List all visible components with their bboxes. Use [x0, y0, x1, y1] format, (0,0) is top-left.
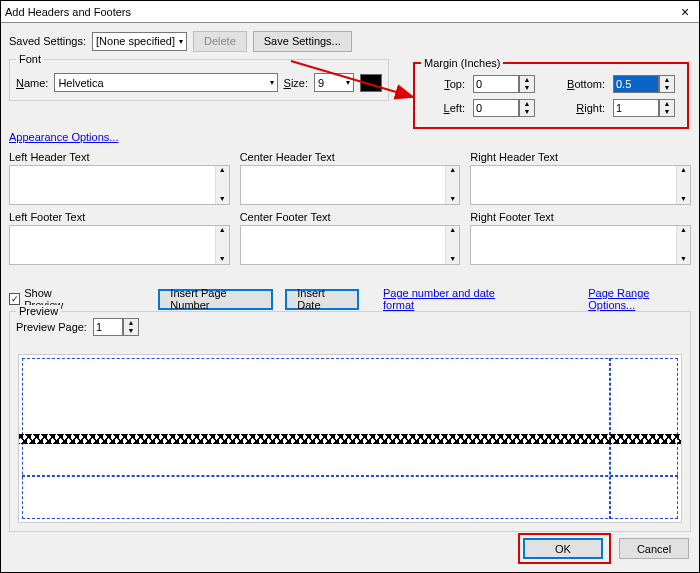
- margin-left-label: Left:: [425, 102, 465, 114]
- center-header-label: Center Header Text: [240, 151, 461, 163]
- left-footer-textarea[interactable]: [10, 226, 215, 264]
- scroll-down-icon[interactable]: ▼: [446, 255, 459, 264]
- appearance-options-link[interactable]: Appearance Options...: [9, 131, 118, 143]
- options-row: ✓ Show Preview Insert Page Number Insert…: [9, 287, 691, 311]
- font-group: Font Name: Helvetica ▾ Size: 9 ▾: [9, 53, 389, 101]
- margin-top-input[interactable]: [473, 75, 519, 93]
- preview-page-label: Preview Page:: [16, 321, 87, 333]
- scroll-down-icon[interactable]: ▼: [677, 255, 690, 264]
- scroll-up-icon[interactable]: ▲: [677, 166, 690, 175]
- scroll-up-icon[interactable]: ▲: [446, 166, 459, 175]
- right-footer-textarea[interactable]: [471, 226, 676, 264]
- preview-legend: Preview: [16, 305, 61, 317]
- margin-bottom-spin[interactable]: ▲▼: [613, 75, 677, 93]
- margin-top-label: Top:: [425, 78, 465, 90]
- dialog-content: Saved Settings: [None specified] ▾ Delet…: [1, 23, 699, 572]
- spin-up-icon[interactable]: ▲: [660, 76, 674, 84]
- preview-group: Preview Preview Page: ▲▼: [9, 311, 691, 532]
- font-name-combo[interactable]: Helvetica ▾: [54, 73, 277, 92]
- margin-bottom-input[interactable]: [613, 75, 659, 93]
- preview-page-content: [19, 434, 681, 444]
- saved-settings-row: Saved Settings: [None specified] ▾ Delet…: [9, 29, 691, 53]
- margin-top-spin[interactable]: ▲▼: [473, 75, 537, 93]
- page-number-date-format-link[interactable]: Page number and date format: [383, 287, 518, 311]
- scroll-up-icon[interactable]: ▲: [216, 226, 229, 235]
- margin-legend: Margin (Inches): [421, 57, 503, 69]
- preview-page-spin[interactable]: ▲▼: [93, 318, 139, 336]
- window-title: Add Headers and Footers: [5, 6, 675, 18]
- font-size-label: Size:: [284, 77, 308, 89]
- preview-canvas: [18, 354, 682, 523]
- right-header-label: Right Header Text: [470, 151, 691, 163]
- right-header-textarea[interactable]: [471, 166, 676, 204]
- scroll-up-icon[interactable]: ▲: [677, 226, 690, 235]
- cancel-button[interactable]: Cancel: [619, 538, 689, 559]
- margin-right-label: Right:: [545, 102, 605, 114]
- dialog-buttons: OK Cancel: [518, 533, 689, 564]
- spin-down-icon[interactable]: ▼: [660, 84, 674, 92]
- center-header-textarea[interactable]: [241, 166, 446, 204]
- spin-down-icon[interactable]: ▼: [520, 108, 534, 116]
- spin-up-icon[interactable]: ▲: [520, 100, 534, 108]
- font-size-value: 9: [318, 77, 324, 89]
- font-name-label: Name:: [16, 77, 48, 89]
- font-color-swatch[interactable]: [360, 74, 382, 92]
- scroll-down-icon[interactable]: ▼: [216, 195, 229, 204]
- saved-settings-combo[interactable]: [None specified] ▾: [92, 32, 187, 51]
- titlebar: Add Headers and Footers ×: [1, 1, 699, 23]
- scroll-up-icon[interactable]: ▲: [446, 226, 459, 235]
- scroll-down-icon[interactable]: ▼: [216, 255, 229, 264]
- left-header-label: Left Header Text: [9, 151, 230, 163]
- font-legend: Font: [16, 53, 44, 65]
- ok-annotation-box: OK: [518, 533, 611, 564]
- margin-left-spin[interactable]: ▲▼: [473, 99, 537, 117]
- page-range-options-link[interactable]: Page Range Options...: [588, 287, 691, 311]
- preview-bottom-margin-line: [22, 475, 678, 477]
- preview-page-input[interactable]: [93, 318, 123, 336]
- spin-up-icon[interactable]: ▲: [124, 319, 138, 327]
- spin-up-icon[interactable]: ▲: [660, 100, 674, 108]
- checkbox-icon: ✓: [9, 293, 20, 305]
- left-footer-label: Left Footer Text: [9, 211, 230, 223]
- delete-button: Delete: [193, 31, 247, 52]
- margin-left-input[interactable]: [473, 99, 519, 117]
- margin-group: Margin (Inches) Top: ▲▼ Bottom: ▲▼ Left:…: [413, 57, 689, 129]
- insert-date-button[interactable]: Insert Date: [285, 289, 359, 310]
- scroll-up-icon[interactable]: ▲: [216, 166, 229, 175]
- spin-down-icon[interactable]: ▼: [660, 108, 674, 116]
- saved-settings-value: [None specified]: [96, 35, 175, 47]
- margin-right-input[interactable]: [613, 99, 659, 117]
- chevron-down-icon: ▾: [346, 78, 350, 87]
- margin-bottom-label: Bottom:: [545, 78, 605, 90]
- left-header-textarea[interactable]: [10, 166, 215, 204]
- spin-down-icon[interactable]: ▼: [124, 327, 138, 335]
- chevron-down-icon: ▾: [179, 37, 183, 46]
- spin-up-icon[interactable]: ▲: [520, 76, 534, 84]
- margin-right-spin[interactable]: ▲▼: [613, 99, 677, 117]
- right-footer-label: Right Footer Text: [470, 211, 691, 223]
- center-footer-textarea[interactable]: [241, 226, 446, 264]
- insert-page-number-button[interactable]: Insert Page Number: [158, 289, 273, 310]
- font-size-combo[interactable]: 9 ▾: [314, 73, 354, 92]
- chevron-down-icon: ▾: [270, 78, 274, 87]
- spin-down-icon[interactable]: ▼: [520, 84, 534, 92]
- close-icon[interactable]: ×: [675, 4, 695, 20]
- header-footer-grid: Left Header Text ▲▼ Center Header Text ▲…: [9, 151, 691, 265]
- font-name-value: Helvetica: [58, 77, 103, 89]
- saved-settings-label: Saved Settings:: [9, 35, 86, 47]
- scroll-down-icon[interactable]: ▼: [446, 195, 459, 204]
- ok-button[interactable]: OK: [523, 538, 603, 559]
- save-settings-button[interactable]: Save Settings...: [253, 31, 352, 52]
- scroll-down-icon[interactable]: ▼: [677, 195, 690, 204]
- center-footer-label: Center Footer Text: [240, 211, 461, 223]
